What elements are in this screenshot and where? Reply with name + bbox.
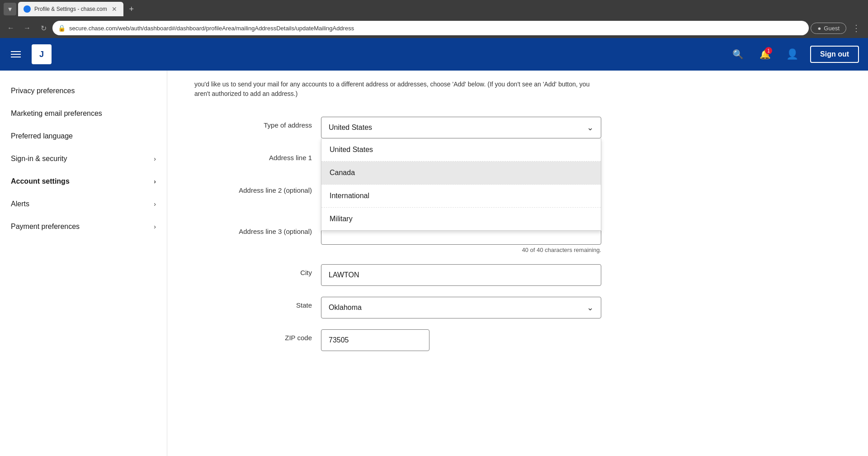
state-select[interactable]: Oklahoma ⌄ xyxy=(321,297,601,318)
address-line3-label: Address line 3 (optional) xyxy=(194,223,321,235)
sidebar-item-language[interactable]: Preferred language xyxy=(0,125,167,147)
chevron-right-icon: › xyxy=(154,178,156,185)
chase-logo: J xyxy=(32,44,52,64)
guest-button[interactable]: ● Guest xyxy=(811,23,846,34)
zip-field xyxy=(321,329,601,351)
url-text: secure.chase.com/web/auth/dashboard#/das… xyxy=(69,25,803,32)
header-search-button[interactable]: 🔍 xyxy=(729,45,747,63)
notification-badge: 1 xyxy=(765,47,772,54)
sidebar-alerts-label: Alerts xyxy=(11,200,29,208)
type-of-address-field: United States ⌄ United States Canada Int… xyxy=(321,117,601,138)
address-line3-chars: 40 of 40 characters remaining. xyxy=(321,247,601,253)
sidebar: Privacy preferences Marketing email pref… xyxy=(0,71,167,456)
hamburger-line xyxy=(11,54,21,55)
user-icon: 👤 xyxy=(786,48,798,60)
dropdown-option-us[interactable]: United States xyxy=(321,138,601,162)
sidebar-item-marketing[interactable]: Marketing email preferences xyxy=(0,102,167,125)
hamburger-line xyxy=(11,51,21,52)
type-of-address-label: Type of address xyxy=(194,117,321,129)
address-line2-label: Address line 2 (optional) xyxy=(194,182,321,194)
guest-label: Guest xyxy=(824,25,840,32)
zip-input[interactable] xyxy=(321,329,429,351)
lock-icon: 🔒 xyxy=(58,24,66,32)
address-bar[interactable]: 🔒 secure.chase.com/web/auth/dashboard#/d… xyxy=(52,21,809,35)
intro-text: you'd like us to send your mail for any … xyxy=(194,71,601,99)
new-tab-button[interactable]: + xyxy=(125,3,138,15)
zip-row: ZIP code xyxy=(194,329,601,351)
browser-menu-button[interactable]: ⋮ xyxy=(848,21,864,35)
state-field: Oklahoma ⌄ xyxy=(321,297,601,318)
header-notifications-button[interactable]: 🔔 1 xyxy=(756,45,774,63)
chevron-right-icon: › xyxy=(154,223,156,230)
type-of-address-select[interactable]: United States ⌄ xyxy=(321,117,601,138)
sign-out-button[interactable]: Sign out xyxy=(810,46,859,63)
chase-header: J 🔍 🔔 1 👤 Sign out xyxy=(0,38,868,71)
zip-label: ZIP code xyxy=(194,329,321,342)
chevron-right-icon: › xyxy=(154,200,156,208)
tab-title: Profile & Settings - chase.com xyxy=(34,6,107,12)
forward-button[interactable]: → xyxy=(20,21,34,35)
browser-tab-bar: ▼ Profile & Settings - chase.com ✕ + xyxy=(0,0,868,18)
sidebar-item-account-settings[interactable]: Account settings › xyxy=(0,170,167,193)
dropdown-option-military[interactable]: Military xyxy=(321,208,601,230)
city-input[interactable] xyxy=(321,264,601,286)
city-label: City xyxy=(194,264,321,276)
sidebar-account-label: Account settings xyxy=(11,177,70,185)
browser-chrome: ▼ Profile & Settings - chase.com ✕ + ← →… xyxy=(0,0,868,38)
state-value: Oklahoma xyxy=(329,304,362,312)
sidebar-privacy-label: Privacy preferences xyxy=(11,87,75,95)
header-user-button[interactable]: 👤 xyxy=(783,45,801,63)
dropdown-option-international[interactable]: International xyxy=(321,185,601,208)
sidebar-signin-label: Sign-in & security xyxy=(11,155,67,163)
address-type-dropdown: United States Canada International Milit… xyxy=(321,138,601,231)
tab-switcher-button[interactable]: ▼ xyxy=(4,3,16,15)
type-of-address-row: Type of address United States ⌄ United S… xyxy=(194,117,601,138)
city-row: City xyxy=(194,264,601,286)
chevron-right-icon: › xyxy=(154,155,156,162)
tab-close-button[interactable]: ✕ xyxy=(111,5,118,13)
type-of-address-value: United States xyxy=(329,124,372,132)
chevron-down-icon: ⌄ xyxy=(587,123,594,133)
sidebar-item-payment[interactable]: Payment preferences › xyxy=(0,215,167,238)
dropdown-option-canada[interactable]: Canada xyxy=(321,162,601,185)
sidebar-item-privacy[interactable]: Privacy preferences xyxy=(0,80,167,102)
address-line1-label: Address line 1 xyxy=(194,149,321,162)
search-icon: 🔍 xyxy=(732,49,744,60)
browser-tab-active[interactable]: Profile & Settings - chase.com ✕ xyxy=(18,2,123,16)
page-layout: Privacy preferences Marketing email pref… xyxy=(0,71,868,456)
back-button[interactable]: ← xyxy=(4,21,18,35)
main-content: you'd like us to send your mail for any … xyxy=(167,71,868,456)
reload-button[interactable]: ↻ xyxy=(36,21,51,35)
hamburger-line xyxy=(11,57,21,57)
sidebar-payment-label: Payment preferences xyxy=(11,223,80,231)
sidebar-item-signin-security[interactable]: Sign-in & security › xyxy=(0,147,167,170)
tab-favicon xyxy=(24,5,31,13)
chevron-down-icon: ⌄ xyxy=(587,303,594,313)
state-row: State Oklahoma ⌄ xyxy=(194,297,601,318)
sidebar-language-label: Preferred language xyxy=(11,132,73,140)
city-field xyxy=(321,264,601,286)
browser-nav-bar: ← → ↻ 🔒 secure.chase.com/web/auth/dashbo… xyxy=(0,18,868,38)
state-label: State xyxy=(194,297,321,309)
guest-icon: ● xyxy=(817,25,821,32)
hamburger-menu-button[interactable] xyxy=(9,49,23,59)
sidebar-item-alerts[interactable]: Alerts › xyxy=(0,193,167,215)
sidebar-marketing-label: Marketing email preferences xyxy=(11,109,102,118)
